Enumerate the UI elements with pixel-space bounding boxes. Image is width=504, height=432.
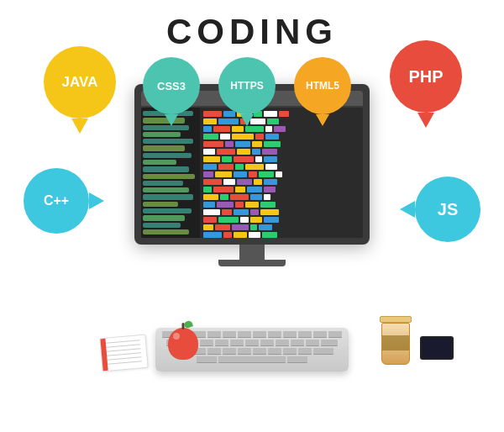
bubble-js: JS: [415, 176, 480, 242]
key: [223, 331, 236, 338]
key: [238, 348, 251, 355]
key: [197, 356, 217, 363]
cup-sleeve: [382, 335, 409, 350]
apple-shine: [173, 333, 180, 340]
key: [313, 331, 327, 338]
key: [245, 340, 259, 346]
coffee-cup: [381, 316, 412, 365]
code-sidebar: [141, 108, 200, 238]
phone-body: [420, 336, 454, 360]
key: [276, 340, 289, 346]
bubble-cpp-label: C++: [44, 193, 69, 208]
key: [313, 348, 333, 355]
key: [230, 340, 244, 346]
bubble-java-label: JAVA: [62, 74, 98, 91]
key: [283, 331, 297, 338]
key: [200, 340, 213, 346]
bubble-php-label: PHP: [408, 67, 443, 87]
bubble-https-label: HTTPS: [230, 80, 263, 92]
phone-screen: [422, 338, 452, 358]
apple-body: [168, 328, 198, 360]
key: [283, 348, 297, 355]
bubble-css3-label: CSS3: [157, 80, 186, 92]
cup-lid: [380, 316, 412, 323]
notebook-page: [99, 335, 148, 372]
key: [238, 331, 251, 338]
apple-leaf: [183, 320, 193, 329]
spacebar-key: [218, 356, 286, 363]
key: [287, 356, 307, 363]
key: [298, 331, 312, 338]
monitor-screen: [141, 108, 363, 238]
notebook-spine: [100, 339, 108, 371]
bubble-cpp: C++: [24, 168, 89, 234]
key: [291, 340, 304, 346]
bubble-js-label: JS: [438, 200, 458, 219]
cup-body: [381, 323, 410, 365]
bubble-php: PHP: [390, 40, 462, 113]
key: [207, 348, 221, 355]
code-area: [200, 108, 363, 238]
phone: [420, 336, 454, 360]
key: [328, 331, 342, 338]
monitor-stand: [239, 245, 265, 260]
key: [207, 331, 221, 338]
monitor-base: [218, 260, 286, 266]
bubble-https: HTTPS: [218, 57, 276, 114]
key: [298, 348, 312, 355]
bubble-html5-label: HTML5: [306, 80, 339, 92]
apple: [168, 328, 198, 360]
key: [268, 331, 281, 338]
key: [321, 340, 338, 346]
bubble-html5: HTML5: [294, 57, 351, 114]
key: [253, 348, 266, 355]
bubble-java: JAVA: [44, 46, 116, 119]
bubble-css3: CSS3: [143, 57, 200, 114]
notebook: [99, 335, 148, 372]
key: [253, 331, 266, 338]
key: [260, 340, 274, 346]
key: [223, 348, 236, 355]
key: [268, 348, 281, 355]
key: [306, 340, 319, 346]
key: [215, 340, 228, 346]
